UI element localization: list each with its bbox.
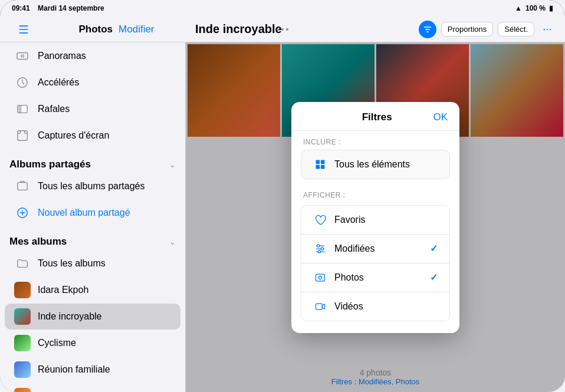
svg-rect-0	[19, 25, 28, 27]
toolbar: Photos Modifier Inde incroyable	[0, 17, 565, 42]
svg-rect-26	[316, 274, 325, 281]
ipad-frame: 09:41 Mardi 14 septembre ▲ 100 % ▮ Photo…	[0, 0, 565, 392]
sidebar-item-panoramas[interactable]: Panoramas	[5, 43, 180, 69]
filter-modifiees[interactable]: Modifiées ✓	[301, 235, 449, 263]
screenshot-icon	[14, 127, 31, 144]
battery-icon: ▮	[549, 4, 553, 12]
sidebar-item-reunion[interactable]: Réunion familiale	[5, 357, 180, 383]
sliders-icon	[313, 242, 327, 256]
status-date: Mardi 14 septembre	[38, 4, 104, 12]
modal-ok-button[interactable]: OK	[433, 111, 448, 123]
sidebar-icon	[18, 24, 29, 35]
select-button[interactable]: Séléct.	[498, 22, 534, 37]
all-items-icon	[313, 157, 327, 172]
reunion-thumb	[14, 361, 31, 378]
sidebar-item-idara[interactable]: Idara Ekpoh	[5, 277, 180, 303]
modifier-button[interactable]: Modifier	[119, 24, 154, 35]
sidebar-photos-title: Photos	[78, 24, 113, 35]
include-all-option[interactable]: Tous les éléments	[301, 150, 450, 179]
photo-icon	[313, 271, 327, 285]
shared-icon	[14, 178, 31, 195]
panoramas-label: Panoramas	[38, 51, 86, 61]
sidebar-item-captures[interactable]: Captures d'écran	[5, 123, 180, 149]
sidebar-item-acceleres[interactable]: Accélérés	[5, 70, 180, 95]
svg-rect-11	[21, 106, 27, 113]
toolbar-dots	[277, 28, 288, 31]
svg-rect-2	[19, 32, 28, 34]
filter-icon-button[interactable]	[419, 21, 436, 38]
panorama-icon	[14, 48, 31, 64]
sidebar-item-tous-partages[interactable]: Tous les albums partagés	[5, 173, 180, 199]
sidebar-item-inde[interactable]: Inde incroyable	[5, 304, 180, 330]
svg-rect-18	[316, 164, 320, 169]
cyclisme-label: Cyclisme	[38, 338, 76, 348]
body-layout: Panoramas Accélérés Rafales	[0, 42, 565, 392]
folder-icon	[14, 255, 31, 272]
ellipsis-icon	[542, 24, 553, 35]
sidebar-item-aventure[interactable]: Aventure dans le Sud-Ouest	[5, 383, 180, 392]
svg-point-7	[21, 55, 24, 57]
status-bar: 09:41 Mardi 14 septembre ▲ 100 % ▮	[0, 0, 565, 17]
svg-point-27	[319, 276, 322, 279]
dot-1	[277, 28, 279, 31]
videos-label: Vidéos	[334, 301, 438, 312]
filter-photos[interactable]: Photos ✓	[301, 263, 449, 292]
main-layout: Photos Modifier Inde incroyable	[0, 17, 565, 392]
wifi-icon: ▲	[515, 4, 522, 12]
more-options-button[interactable]	[539, 21, 556, 38]
svg-rect-1	[19, 29, 28, 30]
sidebar-item-cyclisme[interactable]: Cyclisme	[5, 330, 180, 356]
svg-point-3	[544, 28, 545, 29]
video-icon	[313, 299, 327, 314]
albums-partages-title: Albums partagés	[9, 159, 91, 170]
sidebar-toggle-btn[interactable]	[0, 24, 47, 35]
svg-rect-16	[316, 160, 320, 164]
svg-rect-17	[321, 160, 325, 164]
filter-favoris[interactable]: Favoris	[301, 206, 449, 235]
sidebar-item-nouvel-album-partage[interactable]: Nouvel album partagé	[5, 200, 180, 226]
svg-point-4	[547, 28, 548, 29]
mes-albums-title: Mes albums	[9, 236, 67, 248]
svg-rect-6	[17, 53, 28, 60]
page-title: Inde incroyable	[195, 22, 282, 36]
modal-title: Filtres	[321, 111, 433, 123]
svg-rect-19	[321, 164, 325, 169]
modifiees-label: Modifiées	[334, 243, 423, 254]
dot-3	[286, 28, 288, 31]
captures-label: Captures d'écran	[38, 130, 109, 141]
sidebar-item-rafales[interactable]: Rafales	[5, 96, 180, 122]
mes-albums-chevron[interactable]: ⌄	[169, 238, 176, 246]
modal-overlay[interactable]: Filtres OK INCLURE : Tous les éléments	[186, 42, 565, 392]
dot-2	[281, 28, 284, 31]
tous-albums-partages-label: Tous les albums partagés	[38, 181, 144, 192]
albums-partages-section-header: Albums partagés ⌄	[0, 149, 185, 173]
idara-label: Idara Ekpoh	[38, 285, 88, 295]
timelapse-icon	[14, 74, 31, 91]
burst-icon	[14, 101, 31, 117]
mes-albums-section-header: Mes albums ⌄	[0, 226, 185, 250]
aventure-thumb	[14, 388, 31, 392]
filter-videos[interactable]: Vidéos	[301, 292, 449, 321]
battery-level: 100 %	[525, 4, 546, 12]
filter-funnel-icon	[423, 25, 432, 34]
content-toolbar: Inde incroyable Proportions Séléct.	[186, 21, 565, 38]
idara-thumb	[14, 282, 31, 298]
reunion-label: Réunion familiale	[38, 364, 110, 375]
albums-partages-chevron[interactable]: ⌄	[169, 160, 176, 169]
proportions-button[interactable]: Proportions	[441, 22, 493, 37]
sidebar-item-tous-albums[interactable]: Tous les albums	[5, 251, 180, 276]
modifiees-check: ✓	[430, 243, 438, 254]
svg-point-25	[318, 250, 320, 252]
include-all-label: Tous les éléments	[334, 159, 438, 170]
heart-icon	[313, 213, 327, 227]
inde-label: Inde incroyable	[38, 311, 102, 322]
photos-check: ✓	[430, 272, 438, 283]
favoris-label: Favoris	[334, 215, 438, 225]
svg-point-5	[550, 28, 551, 29]
tous-albums-label: Tous les albums	[38, 258, 106, 269]
modal-header: Filtres OK	[291, 102, 459, 131]
svg-point-24	[321, 247, 323, 249]
toolbar-right-actions: Proportions Séléct.	[419, 21, 556, 38]
nouvel-album-partage-label: Nouvel album partagé	[38, 207, 130, 218]
display-options-group: Favoris Modifiées ✓	[301, 205, 450, 321]
